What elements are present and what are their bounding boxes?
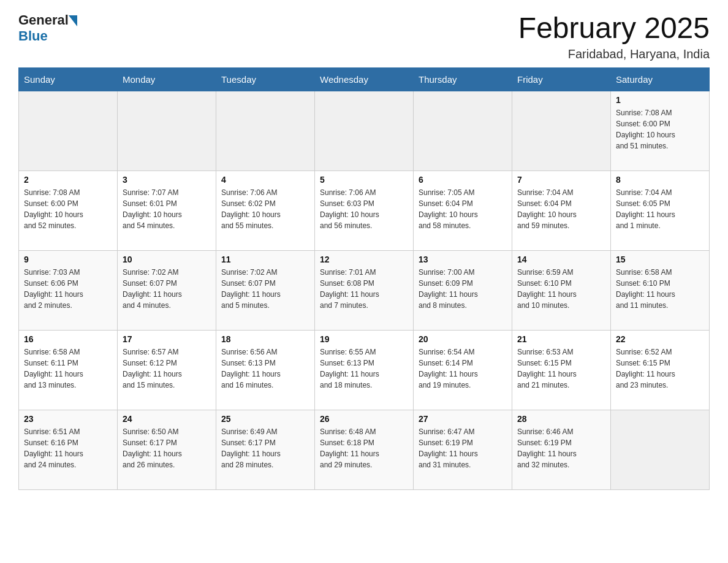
day-number: 21 — [517, 334, 605, 344]
day-info: Sunrise: 6:54 AM Sunset: 6:14 PM Dayligh… — [419, 347, 507, 391]
day-info: Sunrise: 7:08 AM Sunset: 6:00 PM Dayligh… — [616, 107, 704, 151]
day-info: Sunrise: 7:01 AM Sunset: 6:08 PM Dayligh… — [320, 267, 408, 311]
calendar-cell: 22Sunrise: 6:52 AM Sunset: 6:15 PM Dayli… — [611, 330, 710, 410]
day-info: Sunrise: 7:04 AM Sunset: 6:04 PM Dayligh… — [517, 187, 605, 231]
calendar-cell: 23Sunrise: 6:51 AM Sunset: 6:16 PM Dayli… — [19, 410, 118, 489]
day-header-saturday: Saturday — [611, 67, 710, 91]
day-header-thursday: Thursday — [414, 67, 512, 91]
calendar-cell — [19, 91, 118, 170]
calendar-cell: 2Sunrise: 7:08 AM Sunset: 6:00 PM Daylig… — [19, 170, 118, 250]
day-info: Sunrise: 7:06 AM Sunset: 6:03 PM Dayligh… — [320, 187, 408, 231]
day-number: 13 — [419, 255, 507, 264]
day-info: Sunrise: 6:49 AM Sunset: 6:17 PM Dayligh… — [221, 426, 309, 470]
day-info: Sunrise: 7:02 AM Sunset: 6:07 PM Dayligh… — [221, 267, 309, 311]
calendar-cell: 12Sunrise: 7:01 AM Sunset: 6:08 PM Dayli… — [315, 250, 414, 330]
day-header-wednesday: Wednesday — [315, 67, 414, 91]
day-number: 4 — [221, 175, 309, 185]
day-header-sunday: Sunday — [19, 67, 118, 91]
location-text: Faridabad, Haryana, India — [518, 47, 710, 61]
day-info: Sunrise: 6:58 AM Sunset: 6:10 PM Dayligh… — [616, 267, 704, 311]
day-number: 6 — [419, 175, 507, 185]
day-info: Sunrise: 7:02 AM Sunset: 6:07 PM Dayligh… — [123, 267, 211, 311]
calendar-cell: 24Sunrise: 6:50 AM Sunset: 6:17 PM Dayli… — [118, 410, 216, 489]
calendar-cell — [414, 91, 512, 170]
day-number: 28 — [517, 414, 605, 424]
day-number: 5 — [320, 175, 408, 185]
day-info: Sunrise: 6:57 AM Sunset: 6:12 PM Dayligh… — [123, 347, 211, 391]
calendar-cell: 4Sunrise: 7:06 AM Sunset: 6:02 PM Daylig… — [216, 170, 315, 250]
calendar-week-5: 23Sunrise: 6:51 AM Sunset: 6:16 PM Dayli… — [19, 410, 710, 489]
day-number: 8 — [616, 175, 704, 185]
calendar-cell — [118, 91, 216, 170]
calendar-cell: 17Sunrise: 6:57 AM Sunset: 6:12 PM Dayli… — [118, 330, 216, 410]
calendar-week-4: 16Sunrise: 6:58 AM Sunset: 6:11 PM Dayli… — [19, 330, 710, 410]
day-info: Sunrise: 7:08 AM Sunset: 6:00 PM Dayligh… — [24, 187, 112, 231]
day-header-tuesday: Tuesday — [216, 67, 315, 91]
title-block: February 2025 Faridabad, Haryana, India — [518, 12, 710, 61]
calendar-week-2: 2Sunrise: 7:08 AM Sunset: 6:00 PM Daylig… — [19, 170, 710, 250]
calendar-cell: 10Sunrise: 7:02 AM Sunset: 6:07 PM Dayli… — [118, 250, 216, 330]
logo: General Blue — [18, 12, 77, 44]
day-number: 18 — [221, 334, 309, 344]
calendar-cell: 19Sunrise: 6:55 AM Sunset: 6:13 PM Dayli… — [315, 330, 414, 410]
calendar-cell: 16Sunrise: 6:58 AM Sunset: 6:11 PM Dayli… — [19, 330, 118, 410]
day-info: Sunrise: 6:52 AM Sunset: 6:15 PM Dayligh… — [616, 347, 704, 391]
calendar-cell: 15Sunrise: 6:58 AM Sunset: 6:10 PM Dayli… — [611, 250, 710, 330]
day-info: Sunrise: 7:00 AM Sunset: 6:09 PM Dayligh… — [419, 267, 507, 311]
logo-arrow-icon — [69, 15, 77, 26]
calendar-cell: 11Sunrise: 7:02 AM Sunset: 6:07 PM Dayli… — [216, 250, 315, 330]
calendar-cell: 20Sunrise: 6:54 AM Sunset: 6:14 PM Dayli… — [414, 330, 512, 410]
calendar-week-3: 9Sunrise: 7:03 AM Sunset: 6:06 PM Daylig… — [19, 250, 710, 330]
day-number: 3 — [123, 175, 211, 185]
calendar-cell: 9Sunrise: 7:03 AM Sunset: 6:06 PM Daylig… — [19, 250, 118, 330]
day-number: 2 — [24, 175, 112, 185]
calendar-cell: 27Sunrise: 6:47 AM Sunset: 6:19 PM Dayli… — [414, 410, 512, 489]
calendar-cell: 6Sunrise: 7:05 AM Sunset: 6:04 PM Daylig… — [414, 170, 512, 250]
day-info: Sunrise: 6:55 AM Sunset: 6:13 PM Dayligh… — [320, 347, 408, 391]
logo-general-text: General — [18, 12, 69, 28]
calendar-cell: 13Sunrise: 7:00 AM Sunset: 6:09 PM Dayli… — [414, 250, 512, 330]
day-number: 20 — [419, 334, 507, 344]
day-number: 27 — [419, 414, 507, 424]
calendar-cell: 5Sunrise: 7:06 AM Sunset: 6:03 PM Daylig… — [315, 170, 414, 250]
day-info: Sunrise: 6:47 AM Sunset: 6:19 PM Dayligh… — [419, 426, 507, 470]
calendar-cell: 1Sunrise: 7:08 AM Sunset: 6:00 PM Daylig… — [611, 91, 710, 170]
day-number: 1 — [616, 95, 704, 105]
calendar-cell — [315, 91, 414, 170]
day-number: 9 — [24, 255, 112, 264]
calendar-cell: 26Sunrise: 6:48 AM Sunset: 6:18 PM Dayli… — [315, 410, 414, 489]
day-info: Sunrise: 6:46 AM Sunset: 6:19 PM Dayligh… — [517, 426, 605, 470]
calendar-header-row: SundayMondayTuesdayWednesdayThursdayFrid… — [19, 67, 710, 91]
calendar-cell: 25Sunrise: 6:49 AM Sunset: 6:17 PM Dayli… — [216, 410, 315, 489]
day-info: Sunrise: 6:53 AM Sunset: 6:15 PM Dayligh… — [517, 347, 605, 391]
calendar-cell: 18Sunrise: 6:56 AM Sunset: 6:13 PM Dayli… — [216, 330, 315, 410]
calendar-cell: 28Sunrise: 6:46 AM Sunset: 6:19 PM Dayli… — [512, 410, 611, 489]
month-title: February 2025 — [518, 12, 710, 45]
day-info: Sunrise: 6:48 AM Sunset: 6:18 PM Dayligh… — [320, 426, 408, 470]
day-number: 7 — [517, 175, 605, 185]
day-info: Sunrise: 7:04 AM Sunset: 6:05 PM Dayligh… — [616, 187, 704, 231]
calendar-cell: 14Sunrise: 6:59 AM Sunset: 6:10 PM Dayli… — [512, 250, 611, 330]
day-info: Sunrise: 6:51 AM Sunset: 6:16 PM Dayligh… — [24, 426, 112, 470]
day-number: 23 — [24, 414, 112, 424]
day-number: 14 — [517, 255, 605, 264]
calendar-cell — [611, 410, 710, 489]
day-number: 15 — [616, 255, 704, 264]
calendar-cell — [512, 91, 611, 170]
calendar-cell — [216, 91, 315, 170]
day-info: Sunrise: 7:06 AM Sunset: 6:02 PM Dayligh… — [221, 187, 309, 231]
calendar-table: SundayMondayTuesdayWednesdayThursdayFrid… — [18, 67, 710, 490]
day-number: 10 — [123, 255, 211, 264]
calendar-cell: 3Sunrise: 7:07 AM Sunset: 6:01 PM Daylig… — [118, 170, 216, 250]
day-number: 26 — [320, 414, 408, 424]
day-info: Sunrise: 6:58 AM Sunset: 6:11 PM Dayligh… — [24, 347, 112, 391]
day-number: 24 — [123, 414, 211, 424]
day-info: Sunrise: 6:59 AM Sunset: 6:10 PM Dayligh… — [517, 267, 605, 311]
day-info: Sunrise: 7:03 AM Sunset: 6:06 PM Dayligh… — [24, 267, 112, 311]
day-number: 22 — [616, 334, 704, 344]
day-header-monday: Monday — [118, 67, 216, 91]
calendar-week-1: 1Sunrise: 7:08 AM Sunset: 6:00 PM Daylig… — [19, 91, 710, 170]
day-number: 19 — [320, 334, 408, 344]
day-number: 11 — [221, 255, 309, 264]
day-header-friday: Friday — [512, 67, 611, 91]
